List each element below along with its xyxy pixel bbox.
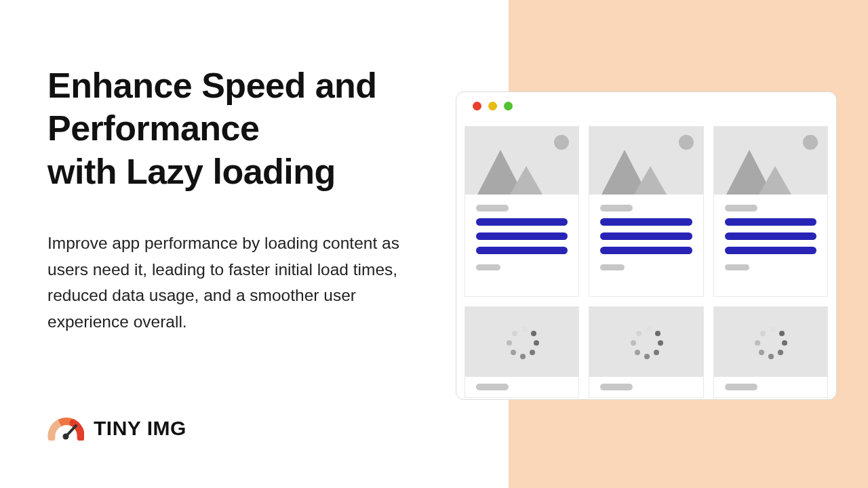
text-skeleton	[600, 205, 633, 211]
body-paragraph: Improve app performance by loading conte…	[47, 230, 427, 335]
speedometer-icon	[47, 416, 84, 441]
image-placeholder-icon	[714, 127, 827, 195]
logo-text: TINY IMG	[94, 417, 186, 440]
text-skeleton	[600, 218, 692, 226]
browser-titlebar	[456, 92, 836, 119]
text-skeleton	[725, 384, 757, 390]
card-body	[714, 195, 827, 281]
image-placeholder-icon	[589, 127, 703, 195]
browser-mockup	[456, 92, 837, 400]
traffic-light-close-icon	[473, 102, 481, 110]
cards-grid	[456, 119, 836, 398]
card-body	[465, 377, 578, 397]
card-body	[589, 195, 703, 281]
brand-logo: TINY IMG	[47, 416, 186, 441]
text-skeleton	[600, 384, 633, 390]
text-skeleton	[476, 384, 509, 390]
traffic-light-minimize-icon	[488, 102, 497, 110]
headline-line-2: with Lazy loading	[47, 152, 336, 191]
text-skeleton	[476, 247, 568, 254]
loading-spinner-icon	[629, 325, 663, 359]
text-skeleton	[600, 264, 625, 270]
text-skeleton	[725, 232, 816, 240]
text-skeleton	[725, 264, 749, 270]
text-skeleton	[725, 247, 816, 254]
content-card	[465, 126, 579, 297]
loading-area	[714, 307, 827, 377]
loading-spinner-icon	[505, 325, 539, 359]
text-skeleton	[476, 218, 568, 226]
loading-area	[589, 307, 703, 377]
loading-spinner-icon	[753, 325, 787, 359]
svg-line-1	[66, 426, 76, 436]
card-body	[465, 195, 578, 281]
headline-line-1: Enhance Speed and Performance	[47, 66, 377, 148]
text-skeleton	[476, 205, 509, 211]
text-skeleton	[725, 218, 816, 226]
headline: Enhance Speed and Performance with Lazy …	[47, 64, 427, 193]
traffic-light-maximize-icon	[504, 102, 513, 110]
text-skeleton	[600, 247, 692, 254]
image-placeholder-icon	[465, 127, 578, 195]
loading-card	[465, 306, 579, 398]
loading-area	[465, 307, 578, 377]
text-skeleton	[476, 232, 568, 240]
card-body	[714, 377, 827, 397]
text-skeleton	[600, 232, 692, 240]
content-card	[713, 126, 828, 297]
text-skeleton	[476, 264, 500, 270]
content-card	[589, 126, 703, 297]
text-content: Enhance Speed and Performance with Lazy …	[47, 64, 427, 335]
loading-card	[713, 306, 828, 398]
loading-card	[589, 306, 703, 398]
text-skeleton	[725, 205, 757, 211]
card-body	[589, 377, 703, 397]
